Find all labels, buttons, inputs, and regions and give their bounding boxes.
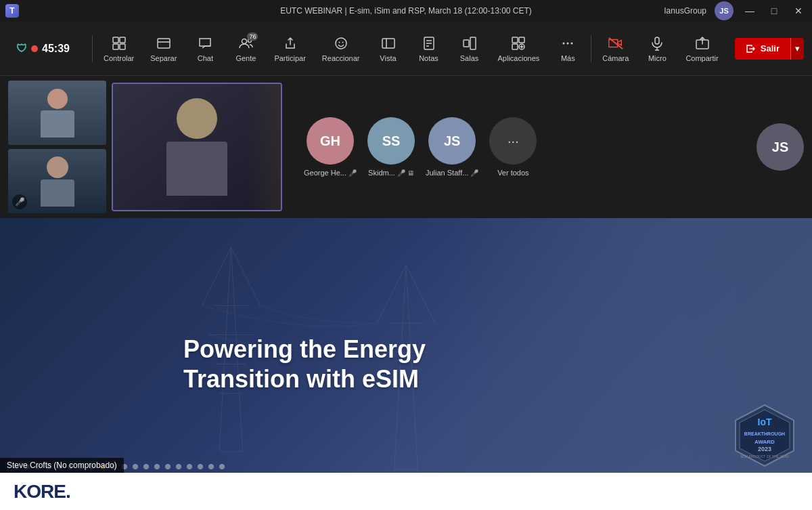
minimize-button[interactable]: — xyxy=(742,3,758,19)
participar-icon xyxy=(282,35,298,51)
micro-button[interactable]: Micro xyxy=(637,31,677,66)
recording-indicator xyxy=(31,45,38,52)
slide-dot xyxy=(176,464,181,469)
toolbar-divider-1 xyxy=(92,35,93,62)
active-speaker-video xyxy=(112,83,282,211)
kore-logo: KORE. xyxy=(14,481,70,503)
user-avatar[interactable]: JS xyxy=(715,1,734,20)
right-user-avatar: JS xyxy=(757,123,804,171)
svg-rect-17 xyxy=(464,40,469,47)
svg-rect-11 xyxy=(382,39,394,48)
svg-line-40 xyxy=(202,247,231,305)
slide-dots xyxy=(14,464,798,469)
salas-icon xyxy=(461,35,478,51)
leave-dropdown-button[interactable]: ▾ xyxy=(790,38,804,60)
maximize-button[interactable]: □ xyxy=(766,3,782,19)
participar-button[interactable]: Participar xyxy=(266,31,313,66)
slide-dot xyxy=(165,464,171,469)
mas-button[interactable]: Más xyxy=(547,31,588,66)
reaccionar-button[interactable]: Reaccionar xyxy=(314,31,368,66)
participar-label: Participar xyxy=(274,54,305,62)
mic-ss-icon: 🎤 xyxy=(397,169,405,177)
notas-icon xyxy=(421,35,437,51)
close-button[interactable]: ✕ xyxy=(790,3,807,19)
controlar-button[interactable]: Controlar xyxy=(95,31,142,66)
svg-rect-1 xyxy=(120,37,125,43)
salas-button[interactable]: Salas xyxy=(449,31,490,66)
avatar-participants: GH George He... 🎤 SS Skidm... 🎤 🖥 xyxy=(288,117,537,177)
notas-button[interactable]: Notas xyxy=(409,31,449,66)
toolbar-divider-2 xyxy=(591,35,591,62)
slide-dot xyxy=(143,464,149,469)
reaccionar-icon xyxy=(333,35,349,51)
vista-button[interactable]: Vista xyxy=(368,31,409,66)
slide-title: Powering the Energy Transition with eSIM xyxy=(170,321,439,406)
svg-rect-2 xyxy=(113,44,118,49)
participant-ss: SS Skidm... 🎤 🖥 xyxy=(367,117,415,177)
svg-line-49 xyxy=(406,265,435,323)
chat-icon xyxy=(197,35,213,51)
participant-gh-name: George He... xyxy=(304,169,346,177)
small-video-2: 🎤 xyxy=(8,149,106,213)
svg-rect-18 xyxy=(470,37,476,49)
svg-line-48 xyxy=(377,265,406,323)
mas-icon xyxy=(560,35,576,51)
svg-rect-20 xyxy=(519,37,524,43)
separar-icon xyxy=(156,35,172,51)
see-all-button[interactable]: ··· xyxy=(489,117,537,165)
gente-button[interactable]: 76 Gente xyxy=(225,31,266,66)
mic-gh-icon: 🎤 xyxy=(348,169,357,177)
timer-area: 🛡 45:39 xyxy=(8,43,89,55)
svg-point-26 xyxy=(567,42,569,44)
aplicaciones-button[interactable]: Aplicaciones xyxy=(490,31,548,66)
gente-icon: 76 xyxy=(238,35,254,51)
presenter-name: Steve Crofts (No comprobado) xyxy=(7,461,117,470)
participant-ss-name: Skidm... xyxy=(368,169,395,177)
participants-bar: 🎤 GH Geor xyxy=(0,76,812,218)
presenter-ss-icon: 🖥 xyxy=(407,169,414,177)
svg-text:BREAKTHROUGH: BREAKTHROUGH xyxy=(744,431,785,436)
leave-label: Salir xyxy=(761,43,780,54)
avatar-ss: SS xyxy=(367,117,415,165)
slide-dot xyxy=(133,464,138,469)
slide-dot xyxy=(208,464,214,469)
micro-icon xyxy=(649,35,665,51)
salas-label: Salas xyxy=(460,54,479,62)
participant-gh: GH George He... 🎤 xyxy=(304,117,357,177)
chat-button[interactable]: Chat xyxy=(185,31,225,66)
svg-rect-29 xyxy=(655,37,659,44)
svg-rect-0 xyxy=(113,37,118,43)
svg-rect-4 xyxy=(158,39,170,48)
toolbar: 🛡 45:39 Controlar Separar Chat 76 Gente xyxy=(0,22,812,76)
camara-icon xyxy=(608,35,624,51)
compartir-icon xyxy=(694,35,710,51)
gente-label: Gente xyxy=(235,54,256,62)
small-videos: 🎤 xyxy=(8,81,106,213)
svg-rect-3 xyxy=(120,44,125,49)
slide-dot xyxy=(187,464,192,469)
compartir-button[interactable]: Compartir xyxy=(677,31,726,66)
right-user-avatar-area: JS xyxy=(757,123,804,171)
leave-button[interactable]: Salir xyxy=(735,38,790,60)
participant-js-name: Julian Staff... xyxy=(426,169,468,177)
camara-button[interactable]: Cámara xyxy=(594,31,637,66)
small-video-1 xyxy=(8,81,106,145)
slide-dot xyxy=(154,464,160,469)
teams-app-icon: T xyxy=(5,4,19,18)
leave-group: Salir ▾ xyxy=(735,38,804,60)
see-all-participant[interactable]: ··· Ver todos xyxy=(489,117,537,177)
svg-text:2023: 2023 xyxy=(758,446,771,452)
svg-text:M2M PRODUCT OF THE YEAR: M2M PRODUCT OF THE YEAR xyxy=(740,454,789,459)
mas-label: Más xyxy=(561,54,575,62)
participant-js: JS Julian Staff... 🎤 xyxy=(426,117,478,177)
svg-text:AWARD: AWARD xyxy=(754,439,775,445)
aplicaciones-icon xyxy=(510,35,526,51)
mic-overlay: 🎤 xyxy=(12,194,27,209)
bottom-bar: KORE. xyxy=(0,473,812,510)
reaccionar-label: Reaccionar xyxy=(322,54,360,62)
vista-label: Vista xyxy=(380,54,396,62)
iot-badge: IoT BREAKTHROUGH AWARD 2023 M2M PRODUCT … xyxy=(731,402,798,469)
micro-label: Micro xyxy=(648,54,667,62)
shield-icon: 🛡 xyxy=(16,43,27,55)
separar-button[interactable]: Separar xyxy=(142,31,185,66)
